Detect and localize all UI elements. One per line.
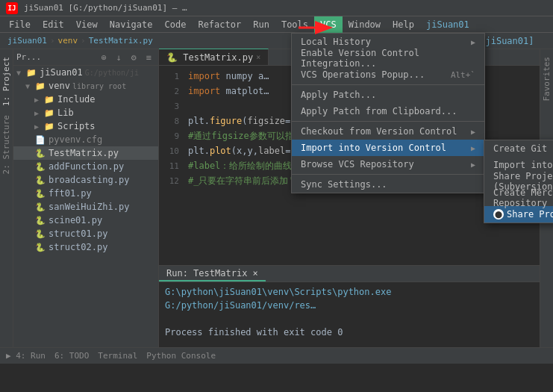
tree-label: jiSuan01: [40, 67, 83, 78]
tree-testmatrix[interactable]: 🐍 TestMatrix.py: [13, 146, 158, 160]
vcs-apply-patch[interactable]: Apply Patch...: [292, 87, 484, 103]
vcs-apply-patch-clipboard[interactable]: Apply Patch from Clipboard...: [292, 103, 484, 119]
folder-icon: 📁: [25, 66, 37, 78]
tree-label: Scripts: [57, 121, 96, 131]
tree-include[interactable]: ▶ 📁 Include: [13, 93, 158, 106]
menu-project[interactable]: jiSuan01 [G:/python/jiSuan01] – …: [420, 16, 550, 33]
run-output: G:\python\jiSuan01\venv\Scripts\python.e…: [159, 282, 540, 342]
title-bar: IJ jiSuan01 [G:/python/jiSuan01] – …: [0, 0, 553, 16]
import-submenu: Create Git Repository... Import into Sub…: [484, 140, 553, 223]
tree-fft01[interactable]: 🐍 fft01.py: [13, 187, 158, 200]
project-tab[interactable]: 1: Project: [0, 52, 13, 111]
sidebar-add-btn[interactable]: ⊕: [97, 51, 110, 64]
status-bar: ▶ 4: Run 6: TODO Terminal Python Console: [0, 347, 553, 364]
tree-sanwei[interactable]: 🐍 sanWeiHuiZhi.py: [13, 200, 158, 214]
menu-view[interactable]: View: [70, 16, 104, 33]
tree-label: venv: [49, 81, 70, 91]
menu-vcs[interactable]: VCS: [314, 16, 343, 33]
import-mercurial[interactable]: Create Mercurial Repository: [484, 190, 553, 206]
folder-icon: 📁: [34, 80, 46, 92]
py-file-icon: 🐍: [34, 147, 46, 159]
submenu-arrow: ▶: [471, 144, 475, 152]
vcs-enable-vci[interactable]: Enable Version Control Integration...: [292, 50, 484, 66]
tree-struct02[interactable]: 🐍 struct02.py: [13, 240, 158, 254]
menu-help[interactable]: Help: [387, 16, 420, 33]
vcs-sync-settings[interactable]: Sync Settings...: [292, 176, 484, 193]
tree-label: Include: [57, 94, 96, 105]
status-todo[interactable]: 6: TODO: [54, 351, 89, 361]
tree-label: addFunction.py: [49, 161, 124, 172]
vcs-checkout[interactable]: Checkout from Version Control ▶: [292, 123, 484, 140]
submenu-arrow: ▶: [471, 38, 475, 46]
vcs-browse[interactable]: Browse VCS Repository ▶: [292, 156, 484, 172]
tree-addfunction[interactable]: 🐍 addFunction.py: [13, 160, 158, 173]
breadcrumb-venv[interactable]: venv: [58, 36, 78, 46]
submenu-arrow: ▶: [471, 128, 475, 136]
py-file-icon: 🐍: [34, 241, 46, 253]
folder-icon: 📁: [43, 93, 55, 105]
dropdown-sep-1: [292, 84, 484, 85]
tree-struct01[interactable]: 🐍 struct01.py: [13, 227, 158, 240]
breadcrumb-project[interactable]: jiSuan01: [7, 36, 47, 46]
breadcrumb-file[interactable]: TestMatrix.py: [89, 36, 153, 46]
tree-label: pyvenv.cfg: [49, 134, 102, 145]
py-file-icon: 🐍: [34, 228, 46, 240]
menu-bar: File Edit View Navigate Code Refactor Ru…: [0, 16, 553, 33]
py-file-icon: 🐍: [34, 174, 46, 186]
run-tab[interactable]: Run: TestMatrix ×: [159, 265, 266, 281]
menu-refactor[interactable]: Refactor: [192, 16, 247, 33]
sidebar-more-btn[interactable]: ≡: [142, 51, 155, 64]
sidebar: Pr... ⊕ ↓ ⚙ ≡ ▼ 📁 jiSuan01 G:/python/ji …: [13, 49, 159, 347]
tree-label: scine01.py: [49, 215, 102, 225]
sidebar-sync-btn[interactable]: ↓: [112, 51, 125, 64]
menu-window[interactable]: Window: [343, 16, 387, 33]
tab-close-btn[interactable]: ×: [256, 49, 260, 66]
bottom-panel: Run: TestMatrix × G:\python\jiSuan01\ven…: [159, 265, 540, 347]
menu-file[interactable]: File: [3, 16, 37, 33]
left-panel-tabs: 1: Project 2: Structure: [0, 49, 13, 347]
status-terminal[interactable]: Terminal: [98, 351, 137, 361]
vcs-operations-popup[interactable]: VCS Operations Popup... Alt+`: [292, 66, 484, 83]
menu-tools[interactable]: Tools: [275, 16, 314, 33]
import-create-git[interactable]: Create Git Repository...: [484, 140, 553, 157]
tree-label: broadcasting.py: [49, 175, 129, 185]
bottom-tabs-bar: Run: TestMatrix ×: [159, 266, 540, 282]
tree-scripts[interactable]: ▶ 📁 Scripts: [13, 119, 158, 133]
import-github[interactable]: ⬤ Share Project on GitHub: [484, 206, 553, 223]
window-title: jiSuan01 [G:/python/jiSuan01] – …: [24, 3, 547, 13]
py-file-icon: 🐍: [34, 161, 46, 172]
menu-run[interactable]: Run: [247, 16, 275, 33]
menu-navigate[interactable]: Navigate: [104, 16, 159, 33]
sidebar-toolbar: Pr... ⊕ ↓ ⚙ ≡: [13, 49, 158, 66]
sidebar-settings-btn[interactable]: ⚙: [127, 51, 140, 64]
tree-label: struct01.py: [49, 228, 107, 239]
tree-lib[interactable]: ▶ 📁 Lib: [13, 106, 158, 119]
vcs-import[interactable]: Import into Version Control ▶: [292, 140, 484, 156]
tree-label: sanWeiHuiZhi.py: [49, 202, 129, 212]
tree-broadcasting[interactable]: 🐍 broadcasting.py: [13, 173, 158, 187]
file-icon: 📄: [34, 134, 46, 146]
status-run[interactable]: ▶ 4: Run: [6, 351, 46, 361]
structure-tab[interactable]: 2: Structure: [0, 111, 13, 178]
tree-jisuan01[interactable]: ▼ 📁 jiSuan01 G:/python/ji: [13, 66, 158, 79]
py-file-icon: 🐍: [34, 187, 46, 199]
folder-icon: 📁: [43, 107, 55, 119]
status-python-console[interactable]: Python Console: [146, 351, 216, 361]
menu-code[interactable]: Code: [159, 16, 193, 33]
tree-label: fft01.py: [49, 188, 92, 199]
favorites-tab[interactable]: Favorites: [540, 52, 553, 106]
folder-icon: 📁: [43, 120, 55, 132]
vcs-dropdown-menu: Local History ▶ Enable Version Control I…: [291, 33, 485, 193]
dropdown-sep-2: [292, 121, 484, 122]
menu-edit[interactable]: Edit: [37, 16, 70, 33]
tree-venv[interactable]: ▼ 📁 venv library root: [13, 79, 158, 93]
tree-scine01[interactable]: 🐍 scine01.py: [13, 214, 158, 227]
app-logo: IJ: [6, 2, 18, 14]
py-file-icon: 🐍: [34, 214, 46, 226]
status-left: ▶ 4: Run 6: TODO Terminal Python Console: [6, 351, 216, 361]
tree-label: TestMatrix.py: [49, 148, 119, 158]
output-exit-code: Process finished with exit code 0: [165, 326, 534, 339]
sidebar-label: Pr...: [16, 52, 41, 62]
tree-pyvenv[interactable]: 📄 pyvenv.cfg: [13, 133, 158, 146]
tab-testmatrix[interactable]: 🐍 TestMatrix.py ×: [159, 49, 269, 65]
